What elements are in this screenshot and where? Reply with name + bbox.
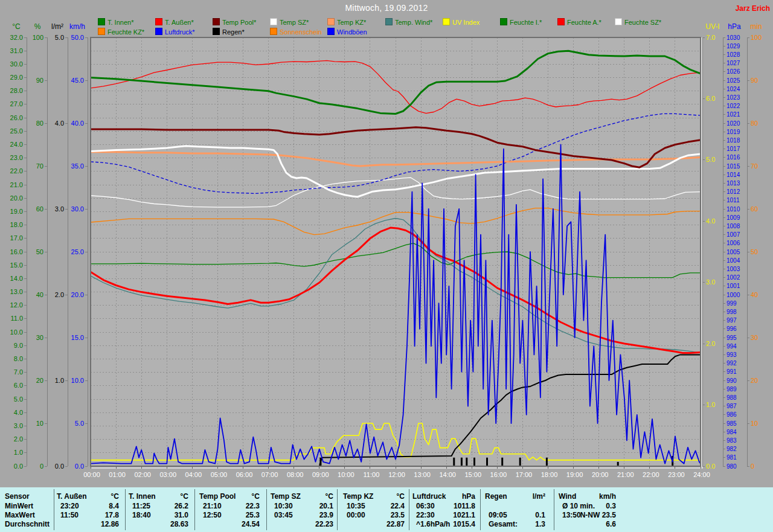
svg-text:6.0: 6.0 [706,95,715,102]
svg-text:1022: 1022 [726,103,740,109]
svg-text:22.0: 22.0 [10,167,23,175]
svg-text:70: 70 [751,162,758,170]
legend-label: T. Innen* [107,19,133,26]
legend-item-temp-kz[interactable]: Temp KZ* [327,18,366,25]
legend-item-feuchte-i[interactable]: Feuchte I.* [500,18,542,25]
svg-text:1028: 1028 [726,51,740,58]
svg-text:01:00: 01:00 [109,471,126,478]
table-col-unit: km/h [0,492,616,501]
svg-text:986: 986 [726,411,737,418]
svg-text:4.0: 4.0 [706,217,715,225]
svg-text:7.0: 7.0 [14,368,23,376]
svg-text:1003: 1003 [726,266,740,272]
legend-item-sonnenschein[interactable]: Sonnenschein [270,28,322,35]
svg-text:1005: 1005 [726,249,740,255]
legend-label: Regen* [222,28,245,36]
legend-item-t-innen[interactable]: T. Innen* [98,18,133,25]
legend-swatch-icon [327,28,335,35]
svg-text:3.0: 3.0 [14,422,23,429]
svg-text:45.0: 45.0 [71,77,84,84]
svg-text:80: 80 [36,120,43,127]
svg-text:30: 30 [36,334,43,341]
svg-text:9.0: 9.0 [14,342,23,349]
svg-text:13.0: 13.0 [10,288,23,295]
svg-text:0.0: 0.0 [14,463,23,470]
svg-text:21.0: 21.0 [10,181,23,188]
svg-text:984: 984 [726,429,737,435]
svg-text:30.0: 30.0 [71,205,84,213]
svg-text:18.0: 18.0 [10,221,23,228]
svg-text:29.0: 29.0 [10,74,23,81]
legend-swatch-icon [327,18,335,25]
svg-text:40.0: 40.0 [71,120,84,127]
table-cell-value: 0.3 [0,502,616,510]
svg-text:1016: 1016 [726,154,740,161]
svg-text:1023: 1023 [726,94,740,101]
svg-text:1027: 1027 [726,60,740,66]
chart-area[interactable]: °C0.01.02.03.04.05.06.07.08.09.010.011.0… [0,0,773,487]
svg-text:1006: 1006 [726,240,740,246]
svg-text:1018: 1018 [726,137,740,144]
svg-text:90: 90 [36,77,43,84]
svg-text:26.0: 26.0 [10,114,23,121]
svg-text:987: 987 [726,403,737,409]
svg-text:981: 981 [726,454,737,461]
legend-item-feuchte-kz[interactable]: Feuchte KZ* [98,28,144,35]
legend-item-feuchte-sz[interactable]: Feuchte SZ* [615,18,661,25]
svg-text:994: 994 [726,343,737,350]
svg-text:40: 40 [36,291,43,298]
svg-text:16.0: 16.0 [10,248,23,255]
svg-text:983: 983 [726,437,737,444]
svg-text:27.0: 27.0 [10,100,23,107]
svg-text:1008: 1008 [726,223,740,229]
svg-text:24.0: 24.0 [10,141,23,148]
legend-swatch-icon [98,28,105,35]
svg-text:0: 0 [751,463,754,470]
table-cell-value: N-NW 23.5 [0,511,616,519]
summary-table: SensorMinWertMaxWertDurchschnittT. Außen… [0,487,773,532]
svg-text:5.0: 5.0 [75,420,84,427]
legend-item-temp-sz[interactable]: Temp SZ* [270,18,309,25]
legend-label: Sonnenschein [280,28,322,36]
legend-item-t-au-en[interactable]: T. Außen* [155,18,194,25]
svg-text:22:00: 22:00 [643,471,659,478]
svg-text:25.0: 25.0 [71,248,84,255]
svg-text:1002: 1002 [726,274,740,281]
legend-item-regen[interactable]: Regen* [213,28,245,35]
svg-text:10: 10 [36,420,43,427]
legend-item-feuchte-a[interactable]: Feuchte A.* [557,18,601,25]
svg-text:1025: 1025 [726,77,740,84]
svg-text:1024: 1024 [726,86,740,92]
legend-item-windb-en[interactable]: Windböen [327,28,367,35]
legend-label: Feuchte SZ* [624,19,661,26]
svg-text:2.0: 2.0 [55,291,64,298]
svg-text:1020: 1020 [726,120,740,127]
svg-text:11.0: 11.0 [10,315,23,322]
svg-text:10.0: 10.0 [71,377,84,384]
svg-text:1.0: 1.0 [706,401,715,408]
svg-text:16:00: 16:00 [490,471,507,478]
svg-text:50: 50 [751,248,758,255]
svg-text:1001: 1001 [726,283,740,289]
legend-item-temp-pool[interactable]: Temp Pool* [213,18,256,25]
svg-text:90: 90 [751,77,758,84]
svg-text:985: 985 [726,420,737,427]
legend-item-luftdruck[interactable]: Luftdruck* [155,28,195,35]
chart-svg: °C0.01.02.03.04.05.06.07.08.09.010.011.0… [0,0,773,487]
legend-item-uv-index[interactable]: UV Index [443,18,480,25]
legend-label: Temp. Wind* [395,19,432,26]
legend-item-temp-wind[interactable]: Temp. Wind* [385,18,432,25]
svg-text:1014: 1014 [726,171,740,178]
svg-text:13:00: 13:00 [414,471,431,478]
svg-text:15.0: 15.0 [10,261,23,269]
svg-text:20:00: 20:00 [592,471,609,478]
svg-text:5.0: 5.0 [706,156,715,163]
svg-text:20.0: 20.0 [10,194,23,202]
svg-text:10: 10 [751,420,758,427]
svg-text:23:00: 23:00 [668,471,685,478]
legend-label: T. Außen* [165,19,194,26]
svg-text:1013: 1013 [726,180,740,187]
svg-text:05:00: 05:00 [211,471,228,478]
svg-text:40: 40 [751,291,758,298]
svg-text:19.0: 19.0 [10,208,23,215]
